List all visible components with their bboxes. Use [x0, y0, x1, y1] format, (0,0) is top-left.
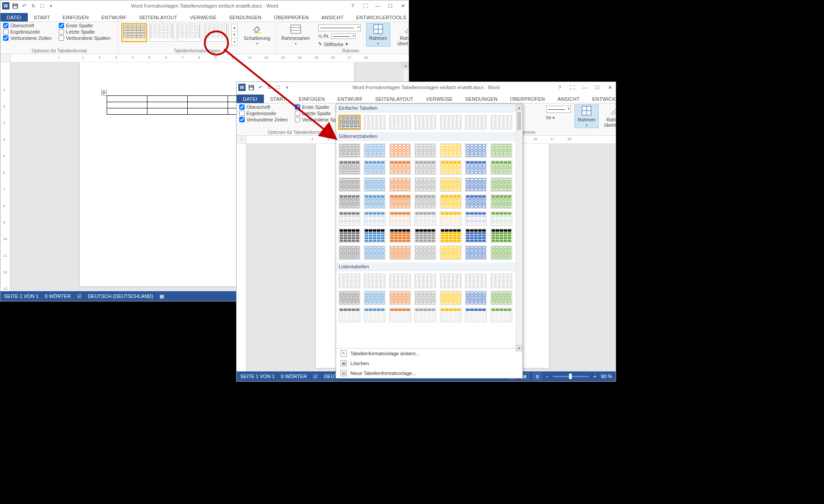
table-style-thumb[interactable]: [364, 194, 385, 209]
opt-verbundene-zeilen[interactable]: Verbundene Zeilen: [3, 35, 52, 41]
view-web-icon[interactable]: ▥: [533, 373, 541, 379]
shading-button[interactable]: Schattierung ▾: [241, 23, 273, 47]
menuitem-new-style[interactable]: ▤ Neue Tabellenformatvorlage...: [336, 368, 522, 378]
table-style-thumb[interactable]: [414, 246, 436, 260]
proofing-icon[interactable]: ☑: [77, 293, 82, 299]
table-style-thumb[interactable]: [491, 308, 512, 322]
table-style-thumb[interactable]: [440, 246, 462, 260]
tab-datei[interactable]: DATEI: [0, 13, 28, 22]
redo-icon[interactable]: ↻: [30, 3, 36, 9]
table-style-thumb[interactable]: [339, 143, 360, 158]
table-style-thumb[interactable]: [465, 308, 487, 322]
opt-erste-spalte[interactable]: Erste Spalte: [59, 23, 111, 28]
table-style-thumb[interactable]: [339, 211, 360, 226]
table-style-thumb[interactable]: [339, 291, 360, 305]
table-style-thumb[interactable]: [414, 228, 436, 243]
tab-start[interactable]: START: [28, 13, 56, 22]
border-painter-button[interactable]: Rahmen übertragen: [601, 104, 616, 129]
table-style-thumb[interactable]: [440, 115, 462, 129]
minimize-icon[interactable]: —: [374, 3, 382, 9]
table-style-thumb[interactable]: [491, 160, 512, 175]
save-icon[interactable]: 💾: [12, 3, 18, 9]
borders-button[interactable]: Rahmen ▾: [574, 104, 599, 128]
table-style-thumb[interactable]: [414, 143, 436, 158]
table-style-thumb[interactable]: [440, 308, 462, 322]
tab-entwicklertools[interactable]: ENTWICKLERTOOLS: [586, 95, 616, 103]
table-style-thumb[interactable]: [364, 177, 385, 192]
table-style-thumb[interactable]: [364, 308, 385, 322]
table-style-thumb[interactable]: [364, 160, 385, 175]
table-style-thumb[interactable]: [339, 177, 360, 192]
qat-more-icon[interactable]: ▾: [48, 3, 54, 9]
table-style-thumb[interactable]: [149, 24, 174, 42]
table-style-thumb[interactable]: [440, 211, 462, 226]
zoom-level[interactable]: 90 %: [601, 374, 612, 379]
dropdown-scrollbar[interactable]: ▲ ▼: [516, 104, 522, 351]
table-style-thumb[interactable]: [491, 228, 512, 243]
proofing-icon[interactable]: ☑: [313, 374, 318, 379]
table-style-thumb[interactable]: [414, 160, 436, 175]
table-style-thumb[interactable]: [465, 115, 487, 129]
table-style-thumb[interactable]: [465, 246, 487, 260]
status-words[interactable]: 0 WÖRTER: [281, 374, 307, 379]
maximize-icon[interactable]: ☐: [593, 85, 601, 90]
ribbon-display-icon[interactable]: ⛶: [568, 85, 576, 90]
table-style-thumb[interactable]: [389, 160, 411, 175]
table-style-thumb[interactable]: [414, 115, 436, 129]
table-style-thumb[interactable]: [389, 211, 411, 226]
tab-start[interactable]: START: [264, 95, 293, 103]
vertical-ruler[interactable]: 12345678910111213: [0, 62, 10, 291]
table-style-thumb[interactable]: [440, 143, 462, 158]
scroll-up-icon[interactable]: ▲: [403, 62, 409, 69]
border-painter-button[interactable]: Rahmen übertragen: [395, 23, 409, 47]
table-style-thumb[interactable]: [440, 274, 462, 288]
table-style-thumb[interactable]: [339, 228, 360, 243]
table-style-thumb[interactable]: [389, 115, 411, 129]
tab-verweise[interactable]: VERWEISE: [420, 95, 459, 103]
zoom-in-icon[interactable]: +: [593, 374, 596, 379]
gallery-scroll-up-icon[interactable]: ▲: [232, 24, 237, 31]
table-style-thumb[interactable]: [440, 194, 462, 209]
table-style-thumb[interactable]: [389, 291, 411, 305]
table-style-thumb[interactable]: [440, 160, 462, 175]
tab-seitenlayout[interactable]: SEITENLAYOUT: [133, 13, 183, 22]
tab-ansicht[interactable]: ANSICHT: [315, 13, 350, 22]
tab-datei[interactable]: DATEI: [237, 95, 264, 103]
opt-ergebniszeile[interactable]: Ergebniszeile: [239, 111, 288, 116]
table-style-thumb[interactable]: [440, 291, 462, 305]
table-style-thumb[interactable]: [491, 143, 512, 158]
tab-ueberpruefen[interactable]: ÜBERPRÜFEN: [267, 13, 315, 22]
table-style-thumb[interactable]: [364, 246, 385, 260]
touch-mode-icon[interactable]: ☐: [39, 3, 45, 9]
opt-ergebniszeile[interactable]: Ergebniszeile: [3, 29, 52, 34]
table-style-thumb[interactable]: [491, 274, 512, 288]
line-style-dropdown[interactable]: ▾: [545, 105, 572, 113]
qat-more-icon[interactable]: ▾: [284, 84, 290, 90]
tab-ueberpruefen[interactable]: ÜBERPRÜFEN: [504, 95, 551, 103]
tab-entwurf[interactable]: ENTWURF: [331, 95, 369, 103]
status-words[interactable]: 0 WÖRTER: [45, 293, 71, 299]
table-style-thumb[interactable]: [177, 24, 201, 42]
tab-ansicht[interactable]: ANSICHT: [551, 95, 586, 103]
table-style-thumb[interactable]: [414, 308, 436, 322]
table-style-thumb[interactable]: [414, 291, 436, 305]
opt-ueberschrift[interactable]: Überschrift: [3, 23, 52, 28]
ribbon-display-icon[interactable]: ⛶: [361, 3, 369, 9]
table-style-thumb[interactable]: [364, 228, 385, 243]
menuitem-modify-style[interactable]: ✎ Tabellenformatvorlage ändern...: [336, 349, 522, 358]
table-style-thumb[interactable]: [465, 177, 487, 192]
table-style-thumb[interactable]: [414, 274, 436, 288]
table-style-thumb[interactable]: [364, 211, 385, 226]
close-icon[interactable]: ✕: [606, 85, 614, 90]
borders-button[interactable]: Rahmen ▾: [366, 23, 390, 47]
undo-icon[interactable]: ↶: [21, 3, 27, 9]
tab-seitenlayout[interactable]: SEITENLAYOUT: [369, 95, 419, 103]
tab-entwurf[interactable]: ENTWURF: [95, 13, 133, 22]
tab-verweise[interactable]: VERWEISE: [184, 13, 223, 22]
table-style-thumb[interactable]: [122, 24, 147, 42]
scrollbar-thumb[interactable]: [517, 112, 521, 130]
table-style-thumb[interactable]: [339, 308, 360, 322]
status-page[interactable]: SEITE 1 VON 1: [240, 374, 275, 379]
table-style-thumb[interactable]: [389, 177, 411, 192]
macro-icon[interactable]: ▦: [160, 293, 164, 299]
